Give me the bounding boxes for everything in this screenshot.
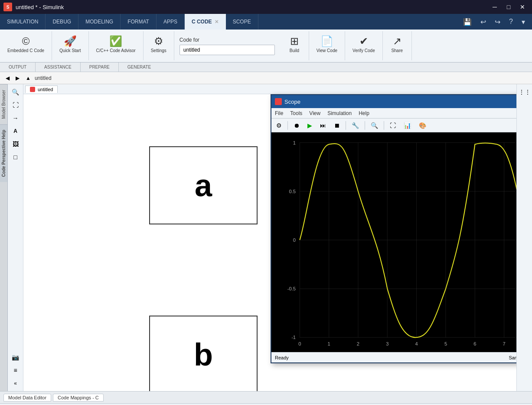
ribbon-group-view-code: 📄 View Code bbox=[309, 31, 345, 60]
scope-style-btn[interactable]: 🎨 bbox=[416, 121, 429, 130]
scope-zoom-btn[interactable]: 🔍 bbox=[368, 121, 381, 130]
vtab-model-browser[interactable]: Model Browser bbox=[0, 84, 7, 124]
block-b: b bbox=[149, 316, 258, 391]
scope-ready-text: Ready bbox=[275, 355, 289, 360]
share-label: Share bbox=[391, 48, 403, 53]
section-output: OUTPUT bbox=[0, 63, 36, 72]
scope-record-btn[interactable]: ⏺ bbox=[290, 121, 303, 130]
settings-button[interactable]: ⚙ Settings bbox=[147, 33, 170, 56]
undo-button[interactable]: ↩ bbox=[477, 16, 490, 28]
svg-text:2: 2 bbox=[357, 341, 359, 346]
scope-menu-view[interactable]: View bbox=[309, 110, 320, 116]
quick-start-button[interactable]: 🚀 Quick Start bbox=[55, 33, 85, 56]
vtab-code-perspective[interactable]: Code Perspective Help bbox=[0, 124, 7, 182]
title-text: untitled * - Simulink bbox=[16, 4, 64, 10]
canvas-tab-bar: untitled bbox=[23, 84, 516, 94]
quick-start-label: Quick Start bbox=[59, 48, 81, 53]
redo-button[interactable]: ↪ bbox=[491, 16, 504, 28]
verify-code-label: Verify Code bbox=[352, 48, 375, 53]
list-btn[interactable]: ≡ bbox=[10, 364, 22, 376]
scope-sample-based: Sample based bbox=[509, 355, 516, 360]
close-button[interactable]: ✕ bbox=[516, 3, 529, 11]
svg-text:0.5: 0.5 bbox=[289, 189, 296, 194]
scope-fit-btn[interactable]: ⛶ bbox=[387, 121, 399, 130]
ribbon-group-quick-start: 🚀 Quick Start bbox=[52, 31, 88, 60]
verify-code-button[interactable]: ✔ Verify Code bbox=[349, 33, 379, 56]
scope-stop-btn[interactable]: ⏹ bbox=[331, 121, 343, 130]
save-button[interactable]: 💾 bbox=[460, 16, 475, 28]
forward-button[interactable]: ▶ bbox=[13, 74, 22, 82]
title-bar-controls: ─ □ ✕ bbox=[489, 3, 529, 11]
scope-play-btn[interactable]: ▶ bbox=[304, 121, 315, 130]
tab-c-code-close[interactable]: ✕ bbox=[215, 19, 219, 25]
code-for-label: Code for bbox=[180, 37, 275, 43]
camera-btn[interactable]: 📷 bbox=[10, 351, 22, 363]
up-button[interactable]: ▲ bbox=[23, 74, 33, 82]
scope-menu-tools[interactable]: Tools bbox=[290, 110, 302, 116]
minimize-button[interactable]: ─ bbox=[489, 3, 501, 11]
scope-divider-2 bbox=[346, 121, 346, 130]
collapse-left-btn[interactable]: « bbox=[10, 377, 22, 389]
advisor-icon: ✅ bbox=[109, 35, 122, 47]
scope-legend-btn[interactable]: 📊 bbox=[401, 121, 414, 130]
code-for-section: Code for bbox=[174, 31, 280, 60]
tab-c-code[interactable]: C CODE ✕ bbox=[185, 14, 226, 30]
right-btn-1[interactable]: ⋮⋮ bbox=[519, 86, 531, 98]
canvas-tab-untitled[interactable]: untitled bbox=[25, 86, 58, 93]
code-for-input[interactable] bbox=[180, 45, 275, 55]
build-button[interactable]: ⊞ Build bbox=[284, 33, 305, 56]
title-bar-left: S untitled * - Simulink bbox=[3, 3, 64, 11]
share-icon: ↗ bbox=[393, 35, 401, 47]
arrow-btn[interactable]: → bbox=[10, 112, 22, 124]
svg-text:7: 7 bbox=[503, 341, 506, 346]
scope-title-icon bbox=[275, 98, 282, 105]
settings-label: Settings bbox=[151, 48, 166, 53]
text-btn[interactable]: A bbox=[10, 125, 22, 137]
ribbon: © Embedded C Code 🚀 Quick Start ✅ C/C++ … bbox=[0, 30, 532, 63]
verify-code-icon: ✔ bbox=[359, 35, 368, 47]
help-button[interactable]: ? bbox=[506, 16, 516, 27]
view-code-button[interactable]: 📄 View Code bbox=[313, 33, 341, 56]
image-btn[interactable]: 🖼 bbox=[10, 138, 22, 150]
advisor-button[interactable]: ✅ C/C++ Code Advisor bbox=[92, 33, 140, 56]
tab-scope[interactable]: SCOPE bbox=[226, 14, 258, 30]
svg-text:-1: -1 bbox=[291, 335, 296, 340]
main-area: Model Browser Code Perspective Help 🔍 ⛶ … bbox=[0, 84, 532, 391]
scope-menu-simulation[interactable]: Simulation bbox=[327, 110, 352, 116]
scope-menu-help[interactable]: Help bbox=[359, 110, 369, 116]
tab-modeling[interactable]: MODELING bbox=[78, 14, 121, 30]
breadcrumb-untitled: untitled bbox=[35, 75, 52, 81]
scope-menu-file[interactable]: File bbox=[275, 110, 283, 116]
fit-btn[interactable]: ⛶ bbox=[10, 99, 22, 111]
scope-svg: 1 0.5 0 -0.5 -1 0 1 2 3 4 5 6 7 bbox=[271, 132, 516, 352]
toolbar-right: 💾 ↩ ↪ ? ▾ bbox=[460, 14, 532, 30]
model-data-editor-tab[interactable]: Model Data Editor bbox=[3, 394, 51, 402]
tab-format[interactable]: FORMAT bbox=[121, 14, 157, 30]
canvas-left-toolbar: 🔍 ⛶ → A 🖼 □ 📷 ≡ « bbox=[8, 84, 23, 391]
scope-step-btn[interactable]: ⏭ bbox=[317, 121, 329, 130]
share-button[interactable]: ↗ Share bbox=[386, 33, 408, 56]
diagram-canvas[interactable]: a b Scope ─ □ bbox=[23, 94, 516, 391]
ribbon-group-verify: ✔ Verify Code bbox=[345, 31, 383, 60]
scope-tool1-btn[interactable]: 🔧 bbox=[349, 121, 362, 130]
tab-icon bbox=[30, 87, 35, 92]
embedded-cc-label: Embedded C Code bbox=[7, 48, 44, 53]
zoom-in-btn[interactable]: 🔍 bbox=[10, 86, 22, 98]
scope-toolbar: ⚙ ⏺ ▶ ⏭ ⏹ 🔧 🔍 ⛶ 📊 🎨 bbox=[271, 119, 516, 132]
more-button[interactable]: ▾ bbox=[518, 16, 529, 28]
tab-simulation[interactable]: SIMULATION bbox=[0, 14, 46, 30]
section-prepare: PREPARE bbox=[81, 63, 119, 72]
block-a: a bbox=[149, 146, 258, 224]
embedded-cc-button[interactable]: © Embedded C Code bbox=[3, 33, 48, 56]
menu-bar: SIMULATION DEBUG MODELING FORMAT APPS C … bbox=[0, 14, 532, 30]
tab-apps[interactable]: APPS bbox=[157, 14, 185, 30]
scope-settings-btn[interactable]: ⚙ bbox=[273, 121, 285, 130]
code-mappings-tab[interactable]: Code Mappings - C bbox=[53, 394, 104, 402]
scope-status-bar: Ready Sample based T=1 bbox=[271, 352, 516, 362]
maximize-button[interactable]: □ bbox=[503, 3, 515, 11]
back-button[interactable]: ◀ bbox=[3, 74, 12, 82]
scope-divider-3 bbox=[365, 121, 365, 130]
scope-window: Scope ─ □ File Tools View Simulation Hel… bbox=[271, 94, 516, 363]
tab-debug[interactable]: DEBUG bbox=[46, 14, 78, 30]
square-btn[interactable]: □ bbox=[10, 151, 22, 163]
